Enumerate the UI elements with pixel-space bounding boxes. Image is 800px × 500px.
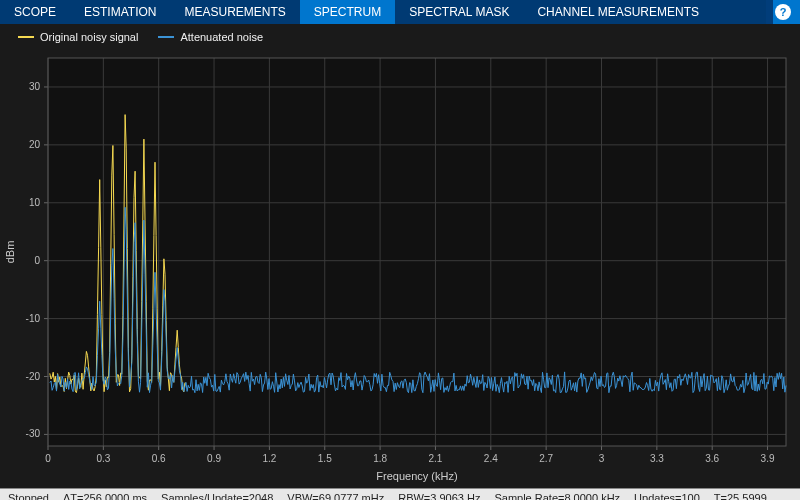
tab-channel-measurements[interactable]: CHANNEL MEASUREMENTS (523, 0, 713, 24)
legend-item-attenuated[interactable]: Attenuated noise (158, 31, 263, 43)
status-state: Stopped (8, 492, 49, 500)
svg-text:1.8: 1.8 (373, 453, 387, 464)
legend-swatch-a (18, 36, 34, 38)
help-button[interactable]: ? (766, 0, 800, 24)
svg-text:1.2: 1.2 (262, 453, 276, 464)
legend-swatch-b (158, 36, 174, 38)
status-updates: Updates=100 (634, 492, 700, 500)
svg-text:3.6: 3.6 (705, 453, 719, 464)
svg-text:-30: -30 (26, 428, 41, 439)
svg-text:2.1: 2.1 (428, 453, 442, 464)
status-srate: Sample Rate=8.0000 kHz (494, 492, 620, 500)
svg-text:30: 30 (29, 81, 41, 92)
status-t: T=25.5999 (714, 492, 767, 500)
status-rbw: RBW=3.9063 Hz (398, 492, 480, 500)
tab-spectrum[interactable]: SPECTRUM (300, 0, 395, 24)
tab-scope[interactable]: SCOPE (0, 0, 70, 24)
status-spu: Samples/Update=2048 (161, 492, 273, 500)
tab-estimation[interactable]: ESTIMATION (70, 0, 170, 24)
svg-text:0.3: 0.3 (96, 453, 110, 464)
svg-text:0: 0 (34, 255, 40, 266)
status-dt: ΔT=256.0000 ms (63, 492, 147, 500)
svg-text:20: 20 (29, 139, 41, 150)
spectrum-plot[interactable]: 00.30.60.91.21.51.82.12.42.733.33.63.9-3… (0, 48, 800, 488)
legend-item-original[interactable]: Original noisy signal (18, 31, 138, 43)
svg-text:1.5: 1.5 (318, 453, 332, 464)
svg-text:2.7: 2.7 (539, 453, 553, 464)
help-icon: ? (775, 4, 791, 20)
legend-label-b: Attenuated noise (180, 31, 263, 43)
svg-text:-10: -10 (26, 313, 41, 324)
svg-text:3.3: 3.3 (650, 453, 664, 464)
svg-text:-20: -20 (26, 371, 41, 382)
tab-measurements[interactable]: MEASUREMENTS (170, 0, 299, 24)
tab-spectral-mask[interactable]: SPECTRAL MASK (395, 0, 523, 24)
status-vbw: VBW=69.0777 mHz (287, 492, 384, 500)
svg-text:2.4: 2.4 (484, 453, 498, 464)
svg-text:0.9: 0.9 (207, 453, 221, 464)
svg-text:0: 0 (45, 453, 51, 464)
svg-text:3.9: 3.9 (761, 453, 775, 464)
status-bar: Stopped ΔT=256.0000 ms Samples/Update=20… (0, 488, 800, 500)
legend: Original noisy signal Attenuated noise (0, 24, 800, 48)
legend-label-a: Original noisy signal (40, 31, 138, 43)
svg-text:dBm: dBm (4, 241, 16, 264)
plot-svg: 00.30.60.91.21.51.82.12.42.733.33.63.9-3… (0, 48, 800, 488)
svg-text:0.6: 0.6 (152, 453, 166, 464)
svg-text:Frequency (kHz): Frequency (kHz) (376, 470, 457, 482)
svg-text:3: 3 (599, 453, 605, 464)
svg-text:10: 10 (29, 197, 41, 208)
toolstrip-tabs: SCOPE ESTIMATION MEASUREMENTS SPECTRUM S… (0, 0, 800, 24)
